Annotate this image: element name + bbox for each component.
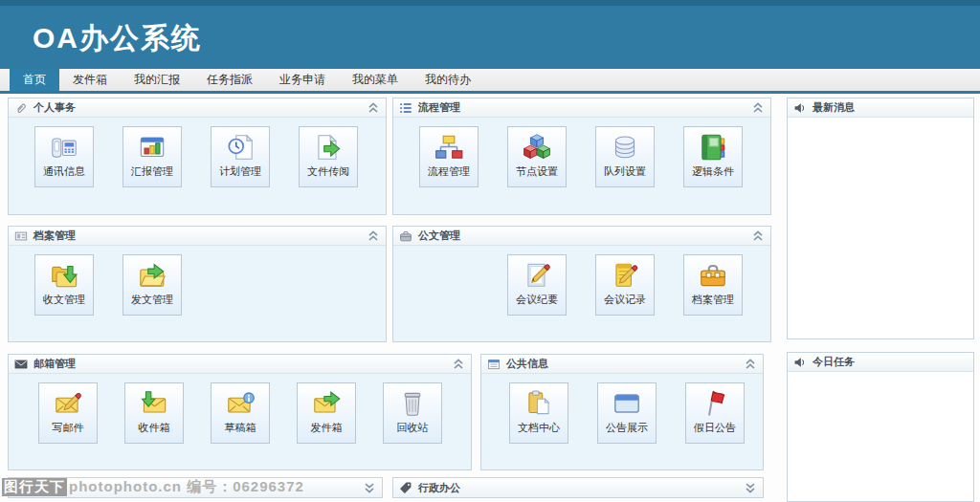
nav-tab-my-todo[interactable]: 我的待办 <box>412 69 484 91</box>
app-tile-drafts[interactable]: 草稿箱 <box>211 382 270 444</box>
app-tile-holiday-notice[interactable]: 假日公告 <box>685 382 745 444</box>
panel-title: 个人事务 <box>33 100 76 115</box>
mail-draft-icon <box>224 387 256 420</box>
panel-personal-affairs: 个人事务通讯信息汇报管理计划管理文件传阅 <box>8 98 387 215</box>
nav-tab-my-menu[interactable]: 我的菜单 <box>339 69 412 91</box>
panel-archive-management: 档案管理收文管理发文管理 <box>8 226 387 342</box>
app-tile-label: 文档中心 <box>518 421 560 435</box>
panel-header: 邮箱管理 <box>9 355 471 374</box>
panel-header: 最新消息 <box>788 98 973 118</box>
app-tile-label: 发件箱 <box>311 421 343 435</box>
collapse-up-icon[interactable] <box>367 229 380 242</box>
flowchart-icon <box>433 131 465 164</box>
app-tile-label: 发文管理 <box>131 293 173 307</box>
folder-send-icon <box>136 259 168 292</box>
briefcase-small-icon <box>399 229 413 243</box>
nav-bar: 首页发件箱我的汇报任务指派业务申请我的菜单我的待办 <box>0 69 980 94</box>
app-tile-label: 草稿箱 <box>225 421 256 435</box>
app-tile-file-circulation[interactable]: 文件传阅 <box>299 126 358 187</box>
panel-body: 收文管理发文管理 <box>9 246 386 316</box>
panel-title: 最新消息 <box>813 100 855 115</box>
panel-process-management: 流程管理流程管理节点设置队列设置逻辑条件 <box>392 98 771 215</box>
app-header: OA办公系统 <box>0 0 980 69</box>
app-tile-plan-management[interactable]: 计划管理 <box>211 126 270 187</box>
panel-title: 今日任务 <box>813 355 855 369</box>
app-tile-label: 会议记录 <box>604 293 646 307</box>
app-tile-queue-settings[interactable]: 队列设置 <box>595 126 655 187</box>
panel-title: 档案管理 <box>33 229 76 243</box>
app-tile-label: 收文管理 <box>43 293 85 307</box>
panel-header: 流程管理 <box>393 98 770 118</box>
list-icon <box>399 100 413 115</box>
panel-title: 邮箱管理 <box>33 357 76 371</box>
panel-title: 行政办公 <box>418 481 460 495</box>
collapse-up-icon[interactable] <box>452 358 465 370</box>
panel-body: 写邮件收件箱草稿箱发件箱回收站 <box>9 374 471 444</box>
app-tile-archive-management[interactable]: 档案管理 <box>683 254 743 316</box>
collapse-down-icon[interactable] <box>744 482 757 494</box>
app-tile-doc-center[interactable]: 文档中心 <box>509 382 568 444</box>
app-tile-label: 文件传阅 <box>307 164 349 179</box>
clipboard-icon <box>523 387 555 420</box>
nav-tabs: 首页发件箱我的汇报任务指派业务申请我的菜单我的待办 <box>0 69 980 91</box>
app-tile-meeting-minutes[interactable]: 会议纪要 <box>507 254 567 316</box>
nav-tab-task-assignment[interactable]: 任务指派 <box>193 69 266 91</box>
nav-tab-business-apply[interactable]: 业务申请 <box>266 69 339 91</box>
collapse-up-icon[interactable] <box>367 101 380 114</box>
card-icon <box>14 229 29 243</box>
app-tile-node-settings[interactable]: 节点设置 <box>507 126 567 187</box>
app-tile-report-management[interactable]: 汇报管理 <box>122 126 182 187</box>
app-tile-send-doc-management[interactable]: 发文管理 <box>122 254 182 316</box>
notepad-pencil-icon <box>609 259 641 292</box>
app-tile-write-mail[interactable]: 写邮件 <box>38 382 98 444</box>
app-tile-label: 档案管理 <box>692 293 734 307</box>
app-tile-logic-condition[interactable]: 逻辑条件 <box>683 126 743 187</box>
app-tile-notice-display[interactable]: 公告展示 <box>597 382 657 444</box>
panel-admin-office: 行政办公 <box>392 477 764 498</box>
panel-bottom-left <box>8 477 383 498</box>
nav-tab-home[interactable]: 首页 <box>10 69 59 91</box>
collapse-up-icon[interactable] <box>751 101 765 114</box>
app-tile-label: 逻辑条件 <box>692 164 734 179</box>
panel-header: 公共信息 <box>481 355 763 374</box>
app-tile-process-management[interactable]: 流程管理 <box>419 126 479 187</box>
nav-tab-my-report[interactable]: 我的汇报 <box>121 69 193 91</box>
book-icon <box>697 131 729 164</box>
app-tile-inbox[interactable]: 收件箱 <box>124 382 184 444</box>
tag-icon <box>399 481 413 495</box>
panel-header: 公文管理 <box>393 227 770 246</box>
trash-icon <box>396 387 429 420</box>
database-icon <box>609 131 641 164</box>
panel-title: 公文管理 <box>418 229 460 243</box>
collapse-up-icon[interactable] <box>751 229 765 242</box>
collapse-down-icon[interactable] <box>363 482 376 494</box>
app-tile-label: 计划管理 <box>219 164 261 179</box>
phone-icon <box>48 131 80 164</box>
app-tile-label: 会议纪要 <box>516 293 558 307</box>
panel-header: 行政办公 <box>393 478 763 497</box>
flag-icon <box>699 387 731 420</box>
app-tile-outbox[interactable]: 发件箱 <box>297 382 356 444</box>
collapse-up-icon[interactable] <box>744 358 757 370</box>
paperclip-icon <box>14 100 29 115</box>
nav-tab-outbox[interactable]: 发件箱 <box>59 69 121 91</box>
app-tile-contact-info[interactable]: 通讯信息 <box>34 126 94 187</box>
app-tile-label: 队列设置 <box>604 164 646 179</box>
app-tile-receive-doc-management[interactable]: 收文管理 <box>34 254 94 316</box>
page: { "header": { "title": "OA办公系统" }, "nav"… <box>0 0 980 502</box>
mail-outbox-icon <box>310 387 343 420</box>
panel-today-tasks: 今日任务 <box>787 352 974 502</box>
calendar-icon <box>487 357 501 371</box>
mail-inbox-icon <box>138 387 170 420</box>
app-tile-meeting-records[interactable]: 会议记录 <box>595 254 655 316</box>
app-tile-label: 通讯信息 <box>43 164 85 179</box>
app-tile-recycle-bin[interactable]: 回收站 <box>383 382 442 444</box>
panel-latest-news: 最新消息 <box>787 98 974 339</box>
app-tile-label: 公告展示 <box>606 421 648 435</box>
panel-body: 流程管理节点设置队列设置逻辑条件 <box>393 118 770 187</box>
panel-public-info: 公共信息文档中心公告展示假日公告 <box>480 354 764 470</box>
panel-mailbox-management: 邮箱管理写邮件收件箱草稿箱发件箱回收站 <box>8 354 472 470</box>
briefcase-icon <box>697 259 729 292</box>
panel-header: 档案管理 <box>9 227 386 246</box>
panel-title: 流程管理 <box>418 100 460 115</box>
